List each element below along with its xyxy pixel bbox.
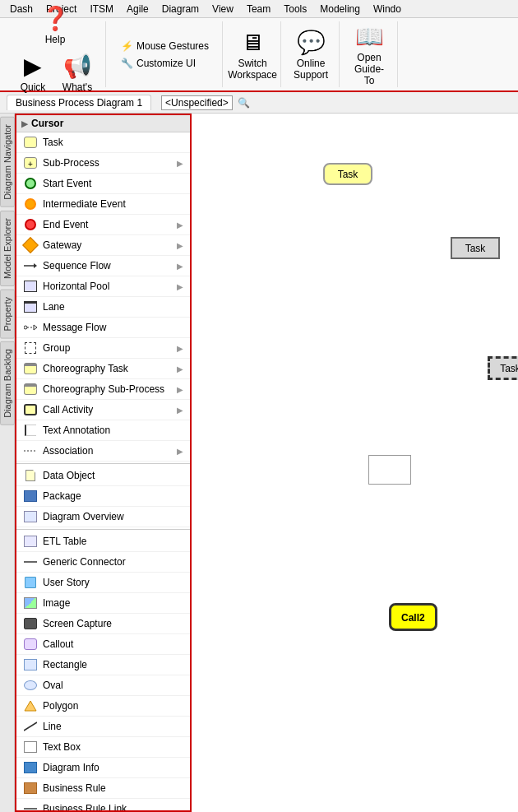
sidebar-item-screen-capture[interactable]: Screen Capture xyxy=(16,614,190,634)
switchworkspace-button[interactable]: 🖥 Switch Workspace xyxy=(231,26,274,83)
sidebar-items-container: TaskSub-Process▶Start EventIntermediate … xyxy=(16,132,190,812)
expand-arrow-icon: ▶ xyxy=(177,220,183,230)
sidebar-item-line[interactable]: Line xyxy=(16,717,190,737)
sidebar-item-label: Message Flow xyxy=(43,322,106,333)
sidebar-item-polygon[interactable]: Polygon xyxy=(16,696,190,717)
ribbon-group-workspace: 🖥 Switch Workspace xyxy=(224,21,281,87)
canvas-task-3[interactable]: Task xyxy=(488,356,518,380)
sidebar-item-rectangle[interactable]: Rectangle xyxy=(16,655,190,675)
ribbon-group-gestures: ⚡ Mouse Gestures 🔧 Customize UI xyxy=(108,21,223,87)
sidebar-item-task[interactable]: Task xyxy=(16,132,190,153)
onlinesupport-button[interactable]: 💬 Online Support xyxy=(289,26,332,83)
canvas-call2[interactable]: Call2 xyxy=(389,603,437,631)
sidebar-item-label: Start Event xyxy=(43,178,91,189)
openguide-button[interactable]: 📖 Open Guide-To xyxy=(348,26,391,83)
svg-marker-1 xyxy=(34,263,37,268)
sidebar-item-call-activity[interactable]: Call Activity▶ xyxy=(16,400,190,420)
svg-point-2 xyxy=(24,326,27,329)
sidebar-separator xyxy=(16,463,190,464)
mousegestures-button[interactable]: ⚡ Mouse Gestures xyxy=(114,38,215,54)
menu-itsm[interactable]: ITSM xyxy=(83,2,120,16)
sidebar-item-property[interactable]: Property xyxy=(0,290,15,339)
expand-arrow-icon: ▶ xyxy=(177,406,183,415)
sidebar-item-label: Intermediate Event xyxy=(43,198,126,210)
expand-arrow-icon: ▶ xyxy=(177,262,183,271)
search-icon[interactable]: 🔍 xyxy=(238,97,250,109)
sidebar-item-image[interactable]: Image xyxy=(16,593,190,614)
sidebar-item-message-flow[interactable]: Message Flow xyxy=(16,318,190,338)
customizeui-icon: 🔧 xyxy=(121,58,133,69)
sidebar-item-model-explorer[interactable]: Model Explorer xyxy=(0,211,15,286)
sidebar-item-label: Business Rule Link xyxy=(43,803,127,812)
breadcrumb-unspecified[interactable]: <Unspecified> xyxy=(161,95,233,110)
sidebar-item-start-event[interactable]: Start Event xyxy=(16,174,190,194)
help-button[interactable]: ❓ Help xyxy=(34,2,76,49)
sidebar-item-label: Screen Capture xyxy=(43,618,112,629)
sidebar-item-text-annotation[interactable]: Text Annotation xyxy=(16,420,190,441)
sidebar-separator xyxy=(16,529,190,530)
menu-window[interactable]: Windo xyxy=(367,2,408,16)
sidebar-cursor-label: Cursor xyxy=(31,118,63,129)
menu-team[interactable]: Team xyxy=(240,2,277,16)
expand-arrow-icon: ▶ xyxy=(177,241,183,250)
sidebar-item-diagram-overview[interactable]: Diagram Overview xyxy=(16,507,190,527)
sidebar-item-gateway[interactable]: Gateway▶ xyxy=(16,235,190,256)
sidebar-item-label: Call Activity xyxy=(43,404,93,415)
menu-agile[interactable]: Agile xyxy=(120,2,155,16)
openguide-icon: 📖 xyxy=(355,23,384,50)
sidebar-item-data-object[interactable]: Data Object xyxy=(16,466,190,486)
sidebar-item-intermediate-event[interactable]: Intermediate Event xyxy=(16,194,190,215)
canvas-rect-1[interactable] xyxy=(368,455,411,485)
ribbon-group-guide: 📖 Open Guide-To xyxy=(341,21,398,87)
customizeui-button[interactable]: 🔧 Customize UI xyxy=(114,55,215,72)
sidebar-item-text-box[interactable]: Text Box xyxy=(16,737,190,758)
canvas-task-2[interactable]: Task xyxy=(451,237,500,259)
expand-arrow-icon: ▶ xyxy=(177,282,183,291)
expand-arrow-icon: ▶ xyxy=(177,344,183,353)
sidebar-item-label: Choreography Task xyxy=(43,363,128,374)
sidebar-item-oval[interactable]: Oval xyxy=(16,675,190,696)
menu-diagram[interactable]: Diagram xyxy=(155,2,206,16)
sidebar-item-lane[interactable]: Lane xyxy=(16,297,190,318)
canvas-task-1-label: Task xyxy=(338,169,358,180)
sidebar-item-generic-connector[interactable]: Generic Connector xyxy=(16,552,190,573)
sidebar-item-diagram-backlog[interactable]: Diagram Backlog xyxy=(0,341,15,425)
expand-arrow-icon: ▶ xyxy=(177,447,183,456)
sidebar-item-label: End Event xyxy=(43,219,88,230)
sidebar-item-sequence-flow[interactable]: Sequence Flow▶ xyxy=(16,256,190,276)
help-icon: ❓ xyxy=(41,5,70,32)
menu-view[interactable]: View xyxy=(206,2,240,16)
sidebar-item-label: Oval xyxy=(43,680,63,691)
sidebar-item-choreography-task[interactable]: Choreography Task▶ xyxy=(16,359,190,379)
sidebar-item-sub-process[interactable]: Sub-Process▶ xyxy=(16,153,190,174)
sidebar-item-group[interactable]: Group▶ xyxy=(16,338,190,359)
mousegestures-icon: ⚡ xyxy=(121,40,133,52)
canvas-area[interactable]: Task Task Task Call2 xyxy=(192,114,518,812)
menu-modeling[interactable]: Modeling xyxy=(313,2,367,16)
ribbon: ❓ Help ▶ Quick Start 📢 What's New ⚡ Mous… xyxy=(0,18,518,92)
sidebar-item-association[interactable]: Association▶ xyxy=(16,441,190,462)
canvas-task-1[interactable]: Task xyxy=(323,163,372,185)
menu-tools[interactable]: Tools xyxy=(277,2,313,16)
sidebar-item-etl-table[interactable]: ETL Table xyxy=(16,531,190,552)
sidebar-item-horizontal-pool[interactable]: Horizontal Pool▶ xyxy=(16,276,190,297)
sidebar-item-business-rule-link[interactable]: Business Rule Link xyxy=(16,799,190,812)
sidebar-item-label: Group xyxy=(43,342,70,354)
breadcrumb-tab[interactable]: Business Process Diagram 1 xyxy=(7,95,151,110)
sidebar-item-label: Data Object xyxy=(43,470,95,481)
sidebar-item-choreography-sub-process[interactable]: Choreography Sub-Process▶ xyxy=(16,379,190,400)
sidebar-item-user-story[interactable]: User Story xyxy=(16,573,190,593)
sidebar-item-business-rule[interactable]: Business Rule xyxy=(16,778,190,799)
sidebar-item-label: Task xyxy=(43,137,63,148)
expand-arrow-icon: ▶ xyxy=(177,364,183,374)
sidebar-item-callout[interactable]: Callout xyxy=(16,634,190,655)
switchworkspace-icon: 🖥 xyxy=(241,29,264,56)
sidebar-item-diagram-info[interactable]: Diagram Info xyxy=(16,758,190,778)
sidebar-item-end-event[interactable]: End Event▶ xyxy=(16,215,190,235)
sidebar: ▶ Cursor TaskSub-Process▶Start EventInte… xyxy=(15,114,192,812)
sidebar-item-diagram-navigator[interactable]: Diagram Navigator xyxy=(0,117,15,207)
sidebar-item-package[interactable]: Package xyxy=(16,486,190,507)
sidebar-item-label: Business Rule xyxy=(43,782,106,794)
menu-bar: Dash Project ITSM Agile Diagram View Tea… xyxy=(0,0,518,18)
expand-arrow-icon: ▶ xyxy=(177,159,183,168)
